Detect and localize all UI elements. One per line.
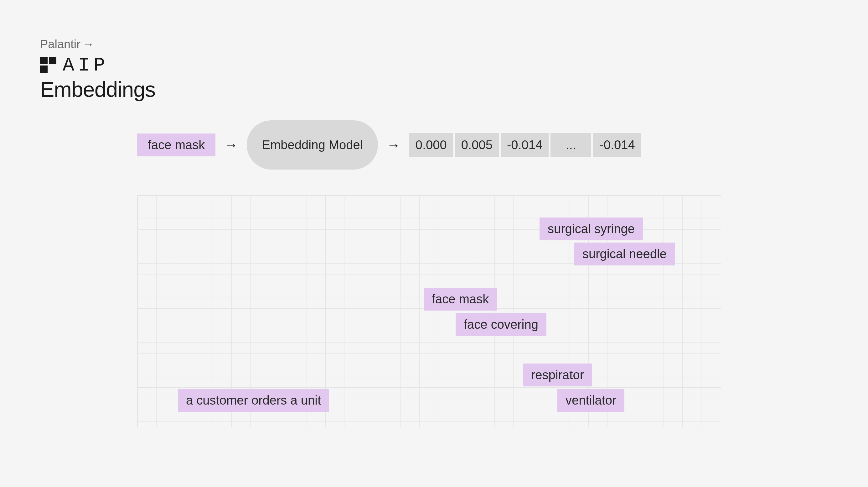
embedding-pipeline: face mask → Embedding Model → 0.000 0.00… <box>137 120 828 170</box>
brand-arrow-icon: → <box>82 38 94 51</box>
embedding-model-pill: Embedding Model <box>247 120 378 170</box>
svg-rect-2 <box>40 65 48 73</box>
product-name: AIP <box>63 54 109 77</box>
aip-logo-icon <box>40 57 56 74</box>
embedding-chip: face covering <box>456 313 547 336</box>
embedding-space-grid: surgical syringesurgical needleface mask… <box>137 195 721 427</box>
embedding-chip: surgical needle <box>574 242 675 265</box>
embedding-chip: ventilator <box>557 389 624 412</box>
embedding-chip: surgical syringe <box>539 218 643 240</box>
vector-cell: ... <box>551 133 591 157</box>
embedding-vector: 0.000 0.005 -0.014 ... -0.014 <box>409 133 641 157</box>
brand-name: Palantir <box>40 38 81 51</box>
product-logo-row: AIP <box>40 54 828 77</box>
pipeline-input-chip: face mask <box>137 134 215 156</box>
brand-line: Palantir → <box>40 38 828 51</box>
vector-cell: -0.014 <box>593 133 641 157</box>
arrow-icon: → <box>387 137 401 153</box>
page-title: Embeddings <box>40 77 828 102</box>
vector-cell: 0.000 <box>409 133 453 157</box>
embedding-chip: respirator <box>523 364 592 386</box>
vector-cell: 0.005 <box>455 133 499 157</box>
svg-rect-0 <box>40 57 48 64</box>
embedding-chip: a customer orders a unit <box>178 389 329 412</box>
embedding-chip: face mask <box>424 288 497 311</box>
svg-rect-1 <box>49 57 56 64</box>
header: Palantir → AIP Embeddings <box>40 38 828 102</box>
arrow-icon: → <box>224 137 238 153</box>
vector-cell: -0.014 <box>501 133 549 157</box>
